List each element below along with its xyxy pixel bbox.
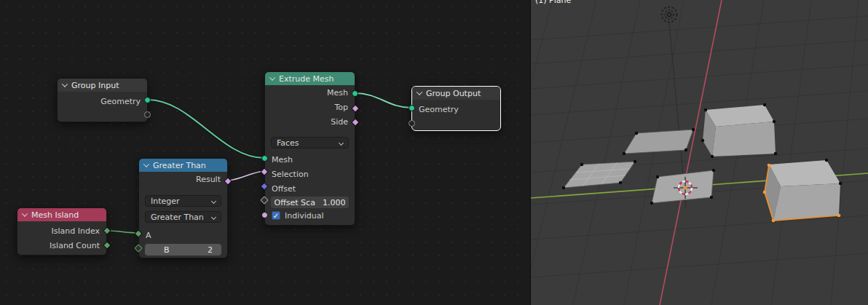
- cube-back[interactable]: [701, 103, 777, 158]
- geometry-node-editor[interactable]: Group Input Geometry Extrude Mesh Mesh T…: [0, 0, 531, 305]
- node-greater-than[interactable]: Greater Than Result Integer Greater Than…: [138, 158, 228, 258]
- chevron-down-icon[interactable]: [62, 81, 68, 87]
- node-header[interactable]: Group Output: [412, 87, 500, 100]
- data-type-dropdown[interactable]: Integer: [145, 195, 221, 207]
- geometry-output-socket[interactable]: [144, 97, 151, 103]
- plane-back[interactable]: [623, 128, 695, 155]
- node-title: Group Output: [426, 89, 481, 98]
- socket-label-side: Side: [331, 117, 348, 127]
- cube-selected[interactable]: [763, 159, 843, 223]
- chevron-down-icon: [211, 214, 216, 219]
- object-origin-dot: [683, 186, 687, 189]
- chevron-down-icon[interactable]: [417, 89, 422, 95]
- socket-label-a: A: [146, 231, 151, 240]
- blender-window: Group Input Geometry Extrude Mesh Mesh T…: [0, 0, 868, 305]
- socket-label-result: Result: [196, 175, 221, 184]
- socket-label-island-count: Island Count: [50, 241, 100, 250]
- chevron-down-icon: [339, 140, 344, 145]
- wire-islandindex-a[interactable]: [107, 231, 138, 233]
- socket-label-island-index: Island Index: [51, 226, 100, 236]
- mesh-input-socket[interactable]: [261, 155, 268, 162]
- node-group-output[interactable]: Group Output Geometry: [411, 86, 501, 131]
- socket-label-offset: Offset: [272, 184, 296, 194]
- individual-label: Individual: [285, 211, 324, 221]
- node-header[interactable]: Group Input: [58, 79, 147, 92]
- node-title: Extrude Mesh: [279, 74, 334, 84]
- viewport-grid: [531, 0, 868, 305]
- chevron-down-icon[interactable]: [22, 210, 28, 216]
- node-header[interactable]: Greater Than: [139, 159, 227, 172]
- individual-input-socket[interactable]: [261, 212, 268, 218]
- wire-result-selection[interactable]: [228, 171, 264, 181]
- socket-label-selection: Selection: [272, 170, 309, 179]
- wire-geometry-extrude-groupoutput[interactable]: [355, 93, 411, 108]
- offset-scale-input-socket[interactable]: [260, 196, 268, 204]
- node-title: Greater Than: [153, 161, 206, 170]
- node-header[interactable]: Mesh Island: [17, 208, 106, 221]
- viewport-3d[interactable]: (1) Plane: [531, 0, 868, 305]
- geometry-input-socket[interactable]: [409, 105, 415, 111]
- plane-center[interactable]: [650, 169, 715, 205]
- mesh-output-socket[interactable]: [352, 90, 358, 97]
- socket-label-b: B: [164, 245, 170, 255]
- node-title: Mesh Island: [31, 210, 79, 220]
- offset-scale-value: 1.000: [323, 198, 346, 207]
- socket-label-top: Top: [334, 103, 348, 112]
- socket-label-mesh-in: Mesh: [272, 155, 293, 165]
- chevron-down-icon[interactable]: [269, 74, 275, 80]
- chevron-down-icon: [211, 198, 216, 203]
- extend-socket[interactable]: [409, 120, 415, 127]
- socket-label-geometry: Geometry: [419, 105, 459, 114]
- b-input-socket[interactable]: [134, 244, 142, 252]
- node-mesh-island[interactable]: Mesh Island Island Index Island Count: [17, 207, 107, 256]
- mode-dropdown[interactable]: Faces: [271, 137, 349, 148]
- extend-socket[interactable]: [144, 111, 151, 118]
- b-value-field[interactable]: B 2: [145, 244, 221, 256]
- node-title: Group Input: [71, 81, 119, 90]
- socket-label-geometry: Geometry: [100, 97, 141, 106]
- active-object-label: (1) Plane: [535, 0, 571, 5]
- wire-geometry-groupinput-extrude[interactable]: [148, 100, 264, 158]
- individual-checkbox[interactable]: ✓: [272, 211, 280, 220]
- offset-scale-field[interactable]: Offset Sca 1.000: [271, 197, 349, 208]
- operation-dropdown[interactable]: Greater Than: [145, 211, 221, 223]
- point-light-icon[interactable]: [662, 7, 677, 23]
- chevron-down-icon[interactable]: [143, 161, 149, 167]
- node-group-input[interactable]: Group Input Geometry: [57, 78, 148, 122]
- b-value: 2: [208, 245, 213, 255]
- node-header[interactable]: Extrude Mesh: [265, 72, 355, 85]
- node-extrude-mesh[interactable]: Extrude Mesh Mesh Top Side Faces Mesh Se…: [264, 71, 355, 226]
- socket-label-mesh-out: Mesh: [327, 88, 348, 98]
